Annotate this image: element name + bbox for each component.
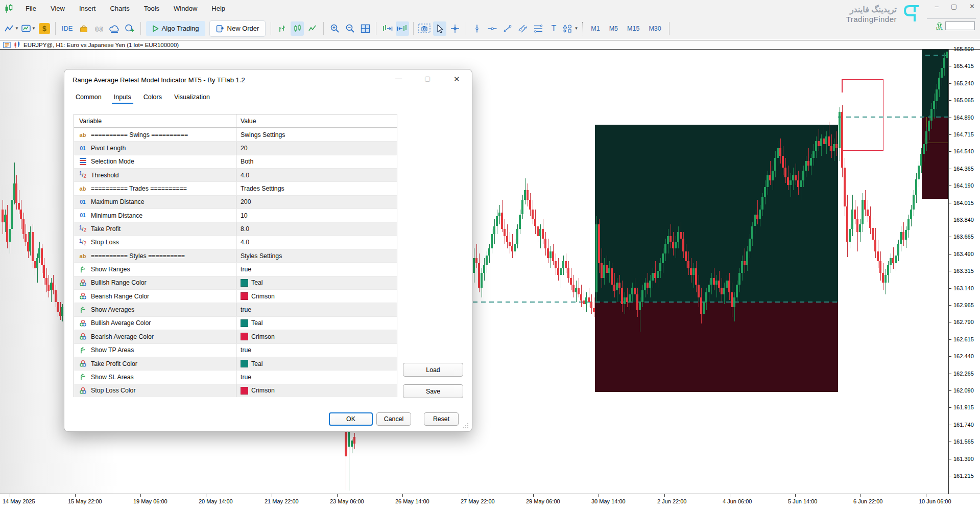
channel-tool-button[interactable] xyxy=(516,21,530,36)
menu-item-file[interactable]: File xyxy=(18,3,43,14)
tab-colors[interactable]: Colors xyxy=(142,91,163,104)
cursor-tool-button[interactable] xyxy=(433,21,446,36)
menu-item-tools[interactable]: Tools xyxy=(137,3,166,14)
dialog-close-icon[interactable]: ✕ xyxy=(453,75,460,84)
metaeditor-ide-button[interactable]: IDE xyxy=(60,21,75,36)
value-cell[interactable]: Trades Settings xyxy=(236,182,397,195)
tile-windows-button[interactable] xyxy=(358,21,372,36)
table-row[interactable]: 01Maximum Distance200 xyxy=(74,195,397,209)
value-cell[interactable]: Swings Settings xyxy=(236,128,397,141)
text-tool-button[interactable]: T xyxy=(547,21,560,36)
algo-trading-button[interactable]: Algo Trading xyxy=(146,21,205,36)
window-minimize-button[interactable]: – xyxy=(935,3,939,10)
zoom-out-button[interactable] xyxy=(343,21,356,36)
value-cell[interactable]: 200 xyxy=(236,196,397,209)
auto-scroll-button[interactable] xyxy=(396,21,409,36)
tab-visualization[interactable]: Visualization xyxy=(173,91,211,104)
dialog-minimize-button[interactable]: — xyxy=(395,75,402,82)
dialog-maximize-button[interactable]: ▢ xyxy=(424,75,431,82)
chart-candle-icon[interactable] xyxy=(13,41,21,49)
value-cell[interactable]: Teal xyxy=(236,357,397,370)
value-cell[interactable]: Crimson xyxy=(236,330,397,343)
value-cell[interactable]: Both xyxy=(236,155,397,168)
table-row[interactable]: Show Rangestrue xyxy=(74,262,397,275)
table-row[interactable]: 1/2Stop Loss4.0 xyxy=(74,236,397,249)
menu-item-view[interactable]: View xyxy=(43,3,72,14)
market-store-button[interactable] xyxy=(77,21,90,36)
value-cell[interactable]: Crimson xyxy=(236,290,397,303)
new-order-button[interactable]: New Order xyxy=(209,20,266,37)
value-cell[interactable]: Teal xyxy=(236,317,397,330)
value-cell[interactable]: 20 xyxy=(236,142,397,154)
dialog-resize-grip[interactable] xyxy=(463,423,469,429)
table-row[interactable]: ab========== Swings ==========Swings Set… xyxy=(74,128,397,141)
table-row[interactable]: Bearish Average ColorCrimson xyxy=(74,330,397,343)
table-row[interactable]: Bearish Range ColorCrimson xyxy=(74,289,397,303)
table-row[interactable]: Take Profit ColorTeal xyxy=(74,357,397,370)
community-button[interactable] xyxy=(123,21,136,36)
trendline-tool-button[interactable] xyxy=(501,21,514,36)
value-cell[interactable]: 4.0 xyxy=(236,236,397,249)
menu-item-help[interactable]: Help xyxy=(204,3,232,14)
candlestick-mode-button[interactable] xyxy=(291,21,304,36)
timeframe-m15-button[interactable]: M15 xyxy=(623,23,644,34)
value-cell[interactable]: true xyxy=(236,263,397,275)
horizontal-line-tool-button[interactable] xyxy=(486,21,499,36)
tab-common[interactable]: Common xyxy=(75,91,103,104)
table-row[interactable]: ab========== Trades ==========Trades Set… xyxy=(74,181,397,195)
timeframe-m30-button[interactable]: M30 xyxy=(644,23,665,34)
table-row[interactable]: Stop Loss ColorCrimson xyxy=(74,384,397,397)
cloud-button[interactable] xyxy=(108,21,121,36)
table-row[interactable]: Selection ModeBoth xyxy=(74,155,397,168)
chart-profile-button[interactable]: ▼ xyxy=(21,21,36,36)
menu-item-insert[interactable]: Insert xyxy=(72,3,103,14)
value-cell[interactable]: 8.0 xyxy=(236,222,397,235)
ok-button[interactable]: OK xyxy=(329,412,373,426)
value-cell[interactable]: true xyxy=(236,344,397,357)
time-axis[interactable]: 14 May 202515 May 22:0019 May 06:0020 Ma… xyxy=(0,494,980,509)
screenshot-button[interactable] xyxy=(418,21,431,36)
timeframe-m1-button[interactable]: M1 xyxy=(586,23,604,34)
value-cell[interactable]: 4.0 xyxy=(236,169,397,181)
load-button[interactable]: Load xyxy=(403,363,463,377)
table-row[interactable]: Bullish Range ColorTeal xyxy=(74,276,397,289)
table-row[interactable]: 01Minimum Distance10 xyxy=(74,209,397,222)
table-row[interactable]: Show SL Areastrue xyxy=(74,370,397,383)
menu-item-window[interactable]: Window xyxy=(166,3,204,14)
zoom-in-button[interactable] xyxy=(328,21,341,36)
table-row[interactable]: ab========== Styles ==========Styles Set… xyxy=(74,249,397,262)
chart-window-menu-button[interactable]: ▼ xyxy=(4,21,19,36)
value-cell[interactable]: true xyxy=(236,371,397,383)
price-axis[interactable]: 165.590165.415165.240165.065164.890164.7… xyxy=(948,50,980,494)
window-maximize-button[interactable]: ▢ xyxy=(951,3,957,10)
price-label: 164.890 xyxy=(949,114,980,121)
table-row[interactable]: Bullish Average ColorTeal xyxy=(74,316,397,330)
value-cell[interactable]: 10 xyxy=(236,209,397,222)
window-close-button[interactable]: ✕ xyxy=(969,3,975,10)
timeframe-m5-button[interactable]: M5 xyxy=(605,23,623,34)
chart-shift-button[interactable] xyxy=(380,21,394,36)
menu-item-charts[interactable]: Charts xyxy=(103,3,136,14)
table-row[interactable]: 1/2Take Profit8.0 xyxy=(74,222,397,235)
bar-chart-mode-button[interactable] xyxy=(275,21,289,36)
market-watch-button[interactable]: $ xyxy=(38,21,51,36)
value-cell[interactable]: Crimson xyxy=(236,384,397,397)
cancel-button[interactable]: Cancel xyxy=(376,412,411,426)
table-row[interactable]: 01Pivot Length20 xyxy=(74,141,397,154)
value-cell[interactable]: Styles Settings xyxy=(236,249,397,262)
crosshair-tool-button[interactable] xyxy=(448,21,462,36)
table-row[interactable]: 1/2Threshold4.0 xyxy=(74,168,397,181)
table-row[interactable]: Show Averagestrue xyxy=(74,303,397,316)
line-chart-mode-button[interactable] xyxy=(306,21,319,36)
save-button[interactable]: Save xyxy=(403,384,463,398)
tab-inputs[interactable]: Inputs xyxy=(113,91,132,104)
table-row[interactable]: Show TP Areastrue xyxy=(74,343,397,357)
vertical-line-tool-button[interactable] xyxy=(470,21,484,36)
value-cell[interactable]: true xyxy=(236,303,397,316)
signals-button[interactable]: ((o)) xyxy=(92,21,106,36)
fibonacci-tool-button[interactable] xyxy=(532,21,545,36)
value-cell[interactable]: Teal xyxy=(236,276,397,289)
shapes-tool-button[interactable]: ▼ xyxy=(562,21,578,36)
reset-button[interactable]: Reset xyxy=(424,412,459,426)
chart-list-icon[interactable] xyxy=(3,41,11,49)
